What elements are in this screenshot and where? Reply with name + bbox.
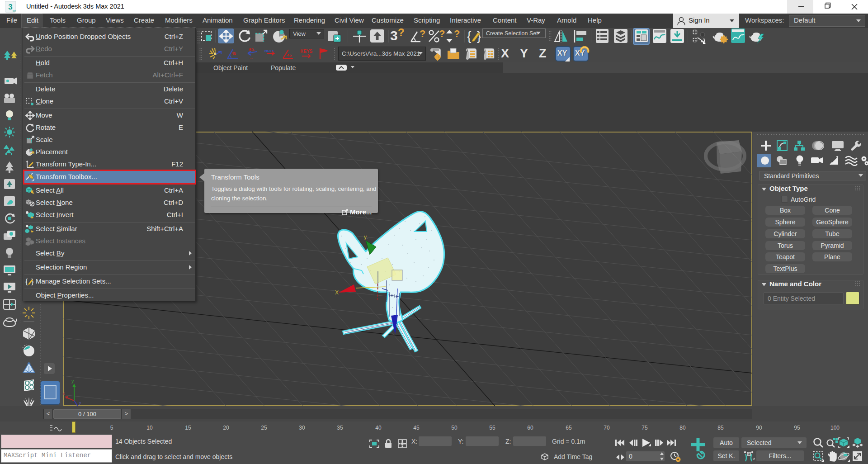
svg-text:50.: 50. [249, 47, 255, 52]
svg-text:...: ... [250, 56, 253, 60]
svg-text:?: ? [439, 29, 445, 39]
svg-text:45: 45 [231, 51, 236, 56]
svg-text:?: ? [420, 29, 425, 39]
svg-text:KEYS: KEYS [300, 49, 313, 54]
svg-text:?: ? [454, 28, 460, 39]
svg-text:3: 3 [8, 3, 12, 11]
svg-text:MAX: MAX [13, 9, 16, 12]
svg-text:...: ... [232, 56, 235, 60]
svg-text:45: 45 [287, 53, 292, 57]
svg-text:{: { [25, 277, 28, 286]
svg-text:x: x [63, 391, 65, 396]
svg-text:{: { [467, 29, 471, 43]
svg-text:...: ... [268, 56, 271, 60]
svg-text:...: ... [322, 56, 325, 60]
svg-text:y: y [71, 378, 74, 384]
svg-text:z: z [79, 401, 81, 406]
svg-text:y: y [364, 234, 367, 240]
svg-text:X: X [335, 289, 339, 296]
